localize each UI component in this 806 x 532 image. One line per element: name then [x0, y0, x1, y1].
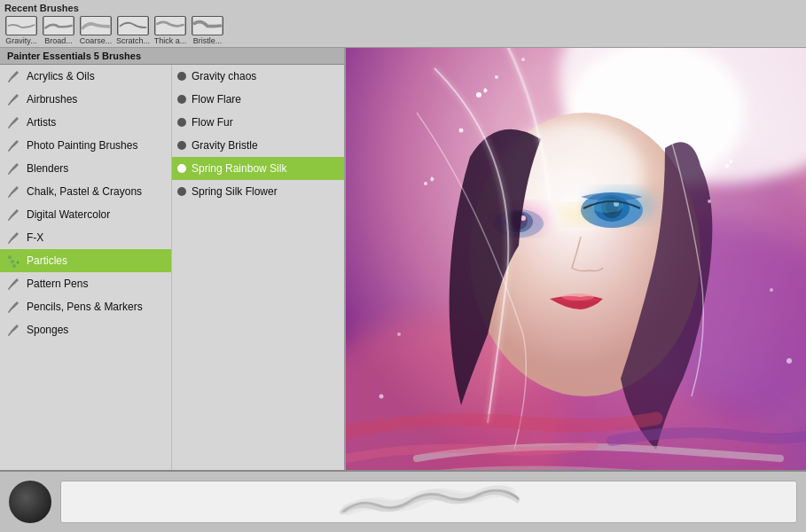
main-layout: Painter Essentials 5 Brushes Acrylics & … — [0, 48, 806, 470]
bullet-icon-2 — [177, 118, 186, 127]
brush-icon-5 — [5, 184, 21, 200]
brush-item-label-3: Photo Painting Brushes — [27, 139, 137, 152]
recent-brushes-bar: Recent Brushes Gravity... Broad... — [0, 0, 806, 48]
svg-point-9 — [17, 262, 20, 264]
recent-brush-label-bristle: Bristle... — [191, 36, 224, 45]
recent-brush-item-broad[interactable]: Broad... — [42, 16, 75, 45]
brush-icon-0 — [5, 68, 21, 84]
left-brush-item-3[interactable]: Photo Painting Brushes — [0, 134, 171, 157]
brush-stroke-preview — [60, 481, 797, 523]
svg-point-45 — [397, 332, 401, 336]
svg-point-43 — [770, 288, 773, 292]
recent-brush-item-thick[interactable]: Thick a... — [153, 16, 187, 45]
right-column: Gravity chaos Flow Flare Flow Fur Gravit… — [172, 65, 344, 470]
left-brush-item-4[interactable]: Blenders — [0, 157, 171, 180]
brush-item-label-11: Sponges — [27, 324, 68, 336]
right-brush-label-2: Flow Fur — [192, 116, 233, 129]
brush-item-label-0: Acrylics & Oils — [27, 70, 95, 82]
brush-icon-9 — [5, 276, 21, 292]
brush-item-label-9: Pattern Pens — [27, 278, 88, 290]
svg-point-40 — [424, 182, 427, 185]
left-brush-item-9[interactable]: Pattern Pens — [0, 272, 171, 295]
svg-point-8 — [11, 260, 14, 263]
svg-point-39 — [521, 58, 525, 61]
brush-icon-7 — [5, 230, 21, 246]
svg-point-33 — [585, 188, 656, 223]
recent-brushes-title: Recent Brushes — [4, 3, 802, 13]
recent-brush-thumb-scratch — [117, 16, 149, 35]
left-brush-item-5[interactable]: Chalk, Pastel & Crayons — [0, 180, 171, 203]
recent-brush-thumb-gravity — [5, 16, 37, 35]
recent-brush-thumb-thick — [154, 16, 186, 35]
brush-icon-4 — [5, 160, 21, 176]
left-brush-item-0[interactable]: Acrylics & Oils — [0, 65, 171, 88]
left-brush-item-11[interactable]: Sponges — [0, 318, 171, 341]
left-column: Acrylics & Oils Airbrushes Artists Photo… — [0, 65, 172, 470]
right-brush-label-4: Spring Rainbow Silk — [192, 162, 286, 175]
right-brush-item-4[interactable]: Spring Rainbow Silk — [172, 157, 344, 180]
bullet-icon-3 — [177, 141, 186, 150]
brush-icon-10 — [5, 299, 21, 315]
bottom-bar — [0, 470, 806, 532]
right-brush-label-5: Spring Silk Flower — [192, 185, 278, 198]
recent-brush-item-coarse[interactable]: Coarse... — [79, 16, 113, 45]
right-brush-label-1: Flow Flare — [192, 93, 241, 106]
svg-point-46 — [380, 395, 384, 399]
brush-item-label-10: Pencils, Pens & Markers — [27, 301, 143, 313]
recent-brushes-row: Gravity... Broad... Coarse... — [4, 16, 802, 45]
left-brush-item-8[interactable]: Particles — [0, 249, 171, 272]
svg-point-6 — [8, 255, 12, 259]
svg-point-10 — [7, 263, 10, 266]
brush-icon-11 — [5, 322, 21, 338]
bullet-icon-0 — [177, 72, 186, 81]
right-brush-item-1[interactable]: Flow Flare — [172, 88, 344, 111]
right-brush-item-2[interactable]: Flow Fur — [172, 111, 344, 134]
svg-point-36 — [476, 92, 481, 98]
brush-preview-circle — [9, 481, 51, 523]
brush-list-container: Acrylics & Oils Airbrushes Artists Photo… — [0, 65, 344, 470]
left-panel: Painter Essentials 5 Brushes Acrylics & … — [0, 48, 346, 470]
brush-icon-6 — [5, 207, 21, 223]
recent-brush-label-thick: Thick a... — [153, 36, 187, 45]
svg-point-42 — [725, 164, 730, 168]
left-brush-item-7[interactable]: F-X — [0, 226, 171, 249]
recent-brush-thumb-coarse — [80, 16, 112, 35]
brush-item-label-4: Blenders — [27, 162, 68, 175]
left-brush-item-10[interactable]: Pencils, Pens & Markers — [0, 295, 171, 318]
recent-brush-label-gravity: Gravity... — [4, 36, 38, 45]
recent-brush-item-scratch[interactable]: Scratch... — [116, 16, 150, 45]
recent-brush-item-bristle[interactable]: Bristle... — [191, 16, 224, 45]
right-brush-item-5[interactable]: Spring Silk Flower — [172, 180, 344, 203]
svg-point-37 — [495, 75, 498, 79]
brush-icon-3 — [5, 137, 21, 153]
recent-brush-item-gravity[interactable]: Gravity... — [4, 16, 38, 45]
brush-icon-2 — [5, 114, 21, 130]
recent-brush-label-scratch: Scratch... — [116, 36, 150, 45]
brush-icon-8 — [5, 253, 21, 269]
left-brush-item-6[interactable]: Digital Watercolor — [0, 203, 171, 226]
right-brush-item-0[interactable]: Gravity chaos — [172, 65, 344, 88]
brush-item-label-8: Particles — [27, 254, 67, 267]
left-brush-item-1[interactable]: Airbrushes — [0, 88, 171, 111]
bullet-icon-1 — [177, 95, 186, 104]
svg-rect-3 — [119, 17, 148, 35]
right-brush-label-3: Gravity Bristle — [192, 139, 258, 152]
brush-icon-1 — [5, 91, 21, 107]
recent-brush-thumb-broad — [43, 16, 74, 35]
left-brush-item-2[interactable]: Artists — [0, 111, 171, 134]
canvas-area — [346, 48, 806, 470]
brush-item-label-5: Chalk, Pastel & Crayons — [27, 185, 142, 198]
brush-item-label-7: F-X — [27, 231, 43, 244]
svg-point-32 — [562, 293, 594, 301]
svg-point-41 — [708, 200, 711, 203]
section-header: Painter Essentials 5 Brushes — [0, 48, 344, 65]
recent-brush-thumb-bristle — [192, 16, 223, 35]
brush-item-label-1: Airbrushes — [27, 93, 77, 106]
right-brush-label-0: Gravity chaos — [192, 70, 256, 82]
right-brush-item-3[interactable]: Gravity Bristle — [172, 134, 344, 157]
bullet-icon-5 — [177, 187, 186, 196]
recent-brush-label-broad: Broad... — [42, 36, 75, 45]
bullet-icon-4 — [177, 164, 186, 173]
svg-point-38 — [459, 129, 464, 133]
svg-point-35 — [559, 204, 594, 225]
